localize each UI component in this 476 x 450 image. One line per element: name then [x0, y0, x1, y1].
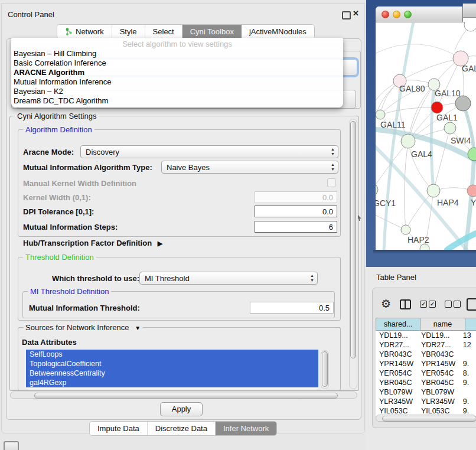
- network-edge[interactable]: [376, 44, 461, 58]
- aracne-mode-value: Discovery: [86, 148, 119, 156]
- tab-select[interactable]: Select: [145, 25, 182, 38]
- dropdown-option[interactable]: Bayesian – K2: [11, 87, 343, 96]
- table-cell: [459, 350, 476, 359]
- network-canvas[interactable]: GALGAL80GAL10GAL1GAL11SWI4GAL4GCY1HAP4YH…: [376, 22, 476, 250]
- attribute-list-item[interactable]: TopologicalCoefficient: [26, 359, 318, 369]
- select-all-icon[interactable]: ✓✓: [420, 301, 436, 308]
- node-label: GAL11: [380, 120, 406, 129]
- node-label: GAL: [462, 64, 476, 73]
- tab-label: jActiveMNodules: [249, 27, 307, 36]
- dropdown-option[interactable]: Mutual Information Inference: [11, 77, 343, 87]
- table-row[interactable]: YDL19...YDL19...13: [376, 331, 476, 340]
- function-builder-icon[interactable]: [467, 298, 476, 311]
- network-node[interactable]: [420, 244, 429, 250]
- network-node-hap4[interactable]: [427, 184, 440, 197]
- tab-network[interactable]: Network: [57, 25, 112, 38]
- tab-label: Network: [76, 27, 104, 36]
- table-row[interactable]: YBR045CYBR045C9.: [376, 378, 476, 387]
- table-horizontal-scrollbar[interactable]: [376, 415, 476, 422]
- table-mode-icon[interactable]: [400, 299, 411, 309]
- table-cell: 8.: [459, 369, 476, 378]
- network-node-gal11[interactable]: [376, 110, 385, 119]
- mi-type-combobox[interactable]: Naive Bayes ▲▼: [161, 161, 338, 174]
- apply-button[interactable]: Apply: [160, 402, 203, 416]
- column-header[interactable]: [465, 318, 476, 331]
- network-node-gcy1[interactable]: [376, 184, 378, 195]
- network-node-gal4[interactable]: [401, 134, 415, 148]
- table-cell: YLR345W: [418, 397, 459, 406]
- table-cell: 9.: [459, 359, 476, 369]
- column-header[interactable]: name: [420, 318, 465, 331]
- network-edge[interactable]: [404, 141, 408, 230]
- mouse-cursor-icon: [357, 215, 362, 221]
- network-edge[interactable]: [447, 233, 476, 250]
- table-cell: YPR145W: [376, 359, 418, 369]
- tab-impute-data[interactable]: Impute Data: [90, 422, 148, 435]
- minimized-panel-button[interactable]: [4, 441, 19, 450]
- node-label: Y: [471, 198, 476, 207]
- network-node[interactable]: [431, 102, 443, 113]
- network-node-hap2[interactable]: [401, 225, 410, 234]
- sources-expander[interactable]: Sources for Network Inference ▼: [23, 323, 143, 332]
- attribute-list-item[interactable]: gal4RGexp: [26, 378, 318, 387]
- dropdown-option[interactable]: Basic Correlation Inference: [11, 58, 343, 68]
- table-cell: YLR345W: [376, 397, 418, 406]
- table-cell: YER054C: [376, 369, 418, 378]
- tab-cyni-toolbox[interactable]: Cyni Toolbox: [182, 25, 242, 38]
- gear-icon[interactable]: ⚙: [381, 298, 391, 310]
- table-row[interactable]: YER054CYER054C8.: [376, 369, 476, 378]
- node-label: GCY1: [376, 198, 396, 208]
- table-row[interactable]: YBR043CYBR043C: [376, 350, 476, 359]
- column-header[interactable]: shared...: [376, 318, 420, 331]
- table-cell: YBR045C: [376, 378, 418, 387]
- settings-vertical-scrollbar[interactable]: [349, 119, 357, 389]
- table-cell: 12: [459, 340, 476, 350]
- dropdown-option[interactable]: Dream8 DC_TDC Algorithm: [11, 96, 343, 106]
- tab-infer-network[interactable]: Infer Network: [216, 422, 276, 435]
- attribute-list-item[interactable]: BetweennessCentrality: [26, 369, 318, 378]
- mi-type-label: Mutual Information Algorithm Type:: [23, 163, 152, 172]
- tab-discretize-data[interactable]: Discretize Data: [148, 422, 216, 435]
- table-row[interactable]: YDR27...YDR27...12: [376, 340, 476, 350]
- minimize-window-icon[interactable]: [393, 11, 400, 18]
- dropdown-option[interactable]: Bayesian – Hill Climbing: [11, 49, 343, 58]
- network-edge[interactable]: [431, 84, 434, 191]
- float-panel-icon[interactable]: [342, 11, 351, 19]
- table-cell: YBR043C: [418, 350, 459, 359]
- kernel-width-field[interactable]: 0.0: [255, 191, 337, 203]
- network-edge[interactable]: [376, 210, 406, 230]
- sources-title: Sources for Network Inference: [25, 323, 129, 332]
- aracne-mode-combobox[interactable]: Discovery ▲▼: [80, 145, 338, 158]
- table-row[interactable]: YLR345WYLR345W9.: [376, 397, 476, 406]
- network-node-y[interactable]: [467, 185, 476, 197]
- network-edge[interactable]: [433, 128, 450, 191]
- table-row[interactable]: YPR145WYPR145W9.: [376, 359, 476, 369]
- tab-jactivemnodules[interactable]: jActiveMNodules: [242, 25, 314, 38]
- mi-threshold-field[interactable]: 0.5: [250, 302, 334, 314]
- table-cell: YDR27...: [418, 340, 459, 350]
- tab-style[interactable]: Style: [112, 25, 145, 38]
- which-threshold-combobox[interactable]: MI Threshold ▲▼: [139, 272, 318, 285]
- tab-label: Style: [120, 27, 137, 36]
- mi-steps-field[interactable]: 6: [255, 221, 337, 233]
- deselect-all-icon[interactable]: [445, 301, 461, 308]
- data-attributes-list: SelfLoopsTopologicalCoefficientBetweenne…: [26, 350, 318, 389]
- mi-threshold-group-title: MI Threshold Definition: [28, 287, 111, 296]
- close-icon[interactable]: ✕: [353, 9, 359, 18]
- zoom-window-icon[interactable]: [404, 11, 412, 18]
- close-window-icon[interactable]: [382, 11, 389, 18]
- network-window-titlebar[interactable]: [376, 6, 476, 22]
- hub-definition-expander[interactable]: Hub/Transcription Factor Definition ▶: [23, 239, 162, 247]
- dpi-tolerance-field[interactable]: 0.0: [255, 206, 337, 217]
- manual-kernel-checkbox[interactable]: [327, 178, 336, 187]
- table-row[interactable]: YBL079WYBL079W: [376, 387, 476, 397]
- network-node-gal1[interactable]: [444, 122, 456, 134]
- dropdown-option[interactable]: ARACNE Algorithm: [11, 68, 343, 77]
- attribute-list-item[interactable]: SelfLoops: [26, 350, 318, 359]
- network-edge[interactable]: [380, 107, 437, 115]
- stepper-arrows-icon: ▲▼: [331, 147, 335, 156]
- table-cell: YDR27...: [376, 340, 418, 350]
- attributes-list-scrollbar[interactable]: [321, 350, 329, 389]
- settings-horizontal-scrollbar[interactable]: [10, 392, 357, 399]
- node-label: GAL4: [411, 149, 432, 159]
